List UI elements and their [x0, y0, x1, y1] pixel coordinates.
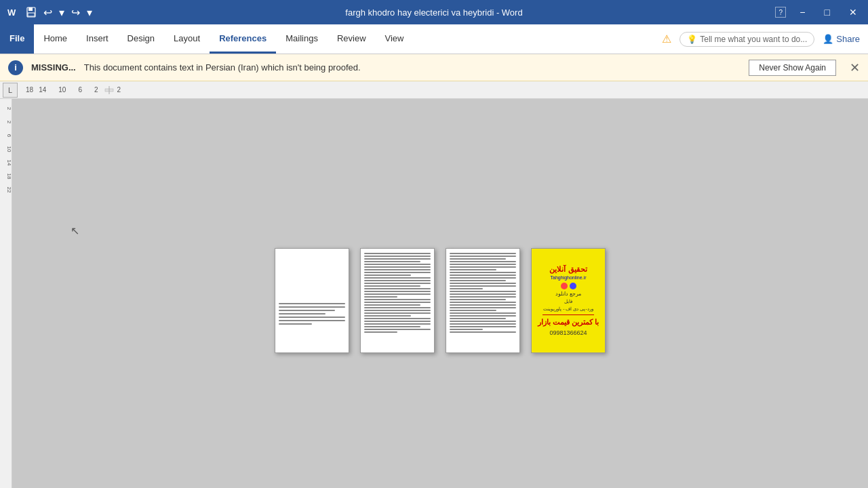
tab-mailings[interactable]: Mailings — [276, 24, 328, 54]
close-button[interactable]: ✕ — [844, 4, 863, 20]
ruler-numbers: 18 14 10 6 2 2 — [20, 85, 121, 96]
ad-ref: مرجع دانلود — [555, 291, 581, 297]
notification-message: This document contains text in Persian (… — [84, 62, 741, 73]
title-bar-left: W ↩ ▾ ↪ ▾ — [5, 5, 95, 20]
tab-selector[interactable]: L — [3, 83, 18, 98]
v-ruler-22: 22 — [0, 187, 12, 193]
person-icon: 👤 — [823, 34, 833, 44]
ruler-num-2: 2 — [94, 86, 98, 94]
v-ruler-2: 2 — [0, 107, 12, 110]
ruler-num-14: 14 — [39, 86, 46, 94]
svg-rect-3 — [28, 7, 33, 11]
missing-label: MISSING... — [31, 62, 76, 73]
ribbon: File Home Insert Design Layout Reference… — [0, 24, 868, 54]
svg-text:W: W — [7, 7, 16, 18]
minimize-button[interactable]: − — [794, 4, 810, 20]
ad-phone: 09981366624 — [549, 329, 587, 336]
save-button[interactable] — [23, 5, 39, 19]
ad-tagline: با کمترین قیمت بازار — [538, 318, 599, 327]
qat-more-button[interactable]: ▾ — [84, 5, 95, 20]
mouse-cursor: ↖ — [71, 224, 79, 237]
tab-design[interactable]: Design — [118, 24, 164, 54]
page-2[interactable] — [360, 248, 435, 353]
ribbon-right: ⚠ 💡 Tell me what you want to do... 👤 Sha… — [662, 24, 868, 54]
tab-references[interactable]: References — [210, 24, 276, 54]
document-canvas[interactable]: ↖ — [12, 99, 868, 488]
ruler-cross-marker — [104, 85, 115, 96]
help-icon[interactable]: ? — [775, 7, 786, 18]
word-icon: W — [5, 5, 19, 19]
maximize-button[interactable]: □ — [819, 4, 835, 20]
ruler-num-10: 10 — [58, 86, 66, 94]
v-ruler-18: 18 — [0, 174, 12, 180]
undo-dropdown-button[interactable]: ▾ — [56, 5, 67, 20]
quick-access-toolbar: ↩ ▾ ↪ ▾ — [23, 5, 95, 20]
tell-me-text: Tell me what you want to do... — [700, 35, 807, 44]
ad-format: ورد-پی دی اف - پاورپوینت — [543, 306, 593, 312]
pages-row: تحقیق آنلاین Tahghighonline.ir مرجع دانل… — [275, 248, 606, 353]
main-area: 2 2 6 10 14 18 22 ↖ — [0, 99, 868, 488]
horizontal-ruler: L 18 14 10 6 2 2 — [0, 81, 868, 99]
title-bar-controls: ? − □ ✕ — [775, 4, 863, 20]
ruler-num-18: 18 — [26, 86, 33, 94]
ad-title: تحقیق آنلاین — [549, 265, 587, 274]
tell-me-box[interactable]: 💡 Tell me what you want to do... — [679, 32, 814, 47]
v-ruler-6: 6 — [0, 134, 12, 137]
v-ruler-14: 14 — [0, 160, 12, 166]
page-1[interactable] — [275, 248, 349, 353]
lightbulb-icon: 💡 — [687, 35, 697, 44]
tab-home[interactable]: Home — [34, 24, 77, 54]
ruler-num-2b: 2 — [117, 86, 121, 94]
tab-view[interactable]: View — [376, 24, 414, 54]
share-button[interactable]: 👤 Share — [823, 34, 860, 44]
ruler-num-6: 6 — [78, 86, 82, 94]
warning-icon: ⚠ — [662, 33, 671, 45]
notification-close-button[interactable]: ✕ — [850, 60, 860, 75]
page-4-ad[interactable]: تحقیق آنلاین Tahghighonline.ir مرجع دانل… — [531, 248, 606, 353]
redo-button[interactable]: ↪ — [68, 5, 83, 20]
v-ruler-10: 10 — [0, 146, 12, 152]
undo-button[interactable]: ↩ — [41, 5, 55, 20]
tab-file[interactable]: File — [0, 24, 34, 54]
never-show-again-button[interactable]: Never Show Again — [749, 60, 836, 76]
ad-file: فایل — [564, 299, 572, 304]
info-icon: i — [8, 60, 23, 75]
tab-review[interactable]: Review — [328, 24, 376, 54]
window-title: fargh khodro hay electerici va heybridi … — [345, 7, 522, 18]
page-3[interactable] — [446, 248, 520, 353]
share-label: Share — [836, 34, 860, 44]
tab-layout[interactable]: Layout — [164, 24, 210, 54]
vertical-ruler: 2 2 6 10 14 18 22 — [0, 99, 12, 488]
svg-rect-4 — [28, 13, 35, 16]
ad-url: Tahghighonline.ir — [551, 275, 587, 280]
notification-bar: i MISSING... This document contains text… — [0, 54, 868, 81]
v-ruler-2b: 2 — [0, 121, 12, 123]
title-bar: W ↩ ▾ ↪ ▾ fargh khodro hay electerici va… — [0, 0, 868, 24]
tab-insert[interactable]: Insert — [77, 24, 118, 54]
